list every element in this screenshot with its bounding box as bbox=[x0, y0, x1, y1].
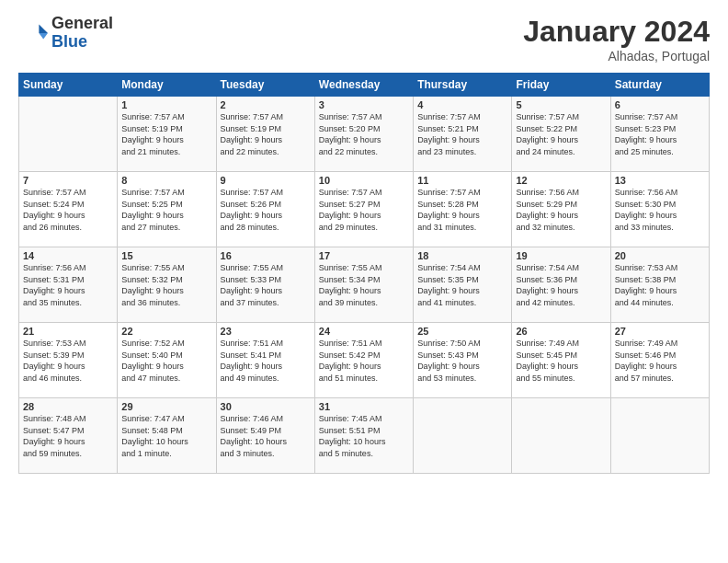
cell-info: Sunrise: 7:57 AM Sunset: 5:21 PM Dayligh… bbox=[417, 111, 507, 157]
calendar-cell: 22Sunrise: 7:52 AM Sunset: 5:40 PM Dayli… bbox=[118, 323, 216, 398]
day-number: 26 bbox=[516, 326, 606, 337]
cell-info: Sunrise: 7:56 AM Sunset: 5:31 PM Dayligh… bbox=[23, 262, 113, 308]
day-number: 6 bbox=[615, 99, 705, 110]
calendar-cell: 25Sunrise: 7:50 AM Sunset: 5:43 PM Dayli… bbox=[414, 323, 512, 398]
day-of-week-header: Saturday bbox=[610, 74, 709, 97]
calendar-cell: 4Sunrise: 7:57 AM Sunset: 5:21 PM Daylig… bbox=[414, 97, 512, 172]
calendar-cell: 26Sunrise: 7:49 AM Sunset: 5:45 PM Dayli… bbox=[512, 323, 610, 398]
svg-marker-1 bbox=[39, 33, 48, 39]
calendar-cell bbox=[610, 398, 709, 474]
cell-info: Sunrise: 7:56 AM Sunset: 5:30 PM Dayligh… bbox=[615, 187, 705, 233]
calendar-week-row: 7Sunrise: 7:57 AM Sunset: 5:24 PM Daylig… bbox=[19, 172, 710, 247]
cell-info: Sunrise: 7:48 AM Sunset: 5:47 PM Dayligh… bbox=[23, 413, 113, 459]
day-number: 15 bbox=[121, 250, 211, 261]
cell-info: Sunrise: 7:57 AM Sunset: 5:25 PM Dayligh… bbox=[121, 187, 211, 233]
day-number: 11 bbox=[417, 175, 507, 186]
calendar-cell: 2Sunrise: 7:57 AM Sunset: 5:19 PM Daylig… bbox=[216, 97, 314, 172]
month-title: January 2024 bbox=[523, 15, 710, 49]
cell-info: Sunrise: 7:45 AM Sunset: 5:51 PM Dayligh… bbox=[319, 413, 409, 459]
calendar-cell bbox=[19, 97, 118, 172]
day-number: 29 bbox=[121, 401, 211, 412]
calendar-week-row: 28Sunrise: 7:48 AM Sunset: 5:47 PM Dayli… bbox=[19, 398, 710, 474]
cell-info: Sunrise: 7:57 AM Sunset: 5:26 PM Dayligh… bbox=[221, 187, 311, 233]
calendar-cell: 21Sunrise: 7:53 AM Sunset: 5:39 PM Dayli… bbox=[19, 323, 118, 398]
day-number: 14 bbox=[23, 250, 113, 261]
calendar-cell: 15Sunrise: 7:55 AM Sunset: 5:32 PM Dayli… bbox=[118, 247, 216, 323]
day-of-week-header: Tuesday bbox=[216, 74, 314, 97]
day-number: 19 bbox=[516, 250, 606, 261]
day-number: 28 bbox=[23, 401, 113, 412]
calendar-table: SundayMondayTuesdayWednesdayThursdayFrid… bbox=[18, 73, 710, 474]
cell-info: Sunrise: 7:53 AM Sunset: 5:38 PM Dayligh… bbox=[615, 262, 705, 308]
cell-info: Sunrise: 7:57 AM Sunset: 5:28 PM Dayligh… bbox=[417, 187, 507, 233]
calendar-week-row: 1Sunrise: 7:57 AM Sunset: 5:19 PM Daylig… bbox=[19, 97, 710, 172]
cell-info: Sunrise: 7:52 AM Sunset: 5:40 PM Dayligh… bbox=[121, 338, 211, 384]
day-number: 31 bbox=[319, 401, 409, 412]
cell-info: Sunrise: 7:55 AM Sunset: 5:32 PM Dayligh… bbox=[121, 262, 211, 308]
calendar-cell: 3Sunrise: 7:57 AM Sunset: 5:20 PM Daylig… bbox=[314, 97, 413, 172]
day-number: 21 bbox=[23, 326, 113, 337]
calendar-cell: 5Sunrise: 7:57 AM Sunset: 5:22 PM Daylig… bbox=[512, 97, 610, 172]
calendar-cell: 12Sunrise: 7:56 AM Sunset: 5:29 PM Dayli… bbox=[512, 172, 610, 247]
day-number: 20 bbox=[615, 250, 705, 261]
cell-info: Sunrise: 7:47 AM Sunset: 5:48 PM Dayligh… bbox=[121, 413, 211, 459]
calendar-cell: 24Sunrise: 7:51 AM Sunset: 5:42 PM Dayli… bbox=[314, 323, 413, 398]
calendar-cell: 19Sunrise: 7:54 AM Sunset: 5:36 PM Dayli… bbox=[512, 247, 610, 323]
day-of-week-header: Wednesday bbox=[314, 74, 413, 97]
calendar-cell: 20Sunrise: 7:53 AM Sunset: 5:38 PM Dayli… bbox=[610, 247, 709, 323]
calendar-cell: 27Sunrise: 7:49 AM Sunset: 5:46 PM Dayli… bbox=[610, 323, 709, 398]
cell-info: Sunrise: 7:57 AM Sunset: 5:27 PM Dayligh… bbox=[319, 187, 409, 233]
cell-info: Sunrise: 7:57 AM Sunset: 5:24 PM Dayligh… bbox=[23, 187, 113, 233]
cell-info: Sunrise: 7:54 AM Sunset: 5:36 PM Dayligh… bbox=[516, 262, 606, 308]
day-number: 18 bbox=[417, 250, 507, 261]
logo-text: General Blue bbox=[51, 15, 113, 52]
svg-marker-0 bbox=[39, 24, 48, 33]
cell-info: Sunrise: 7:57 AM Sunset: 5:19 PM Dayligh… bbox=[121, 111, 211, 157]
cell-info: Sunrise: 7:57 AM Sunset: 5:20 PM Dayligh… bbox=[319, 111, 409, 157]
day-number: 22 bbox=[121, 326, 211, 337]
day-number: 17 bbox=[319, 250, 409, 261]
day-number: 30 bbox=[221, 401, 311, 412]
logo-icon bbox=[18, 18, 48, 48]
day-number: 3 bbox=[319, 99, 409, 110]
day-number: 13 bbox=[615, 175, 705, 186]
day-number: 9 bbox=[221, 175, 311, 186]
cell-info: Sunrise: 7:49 AM Sunset: 5:45 PM Dayligh… bbox=[516, 338, 606, 384]
calendar-header-row: SundayMondayTuesdayWednesdayThursdayFrid… bbox=[19, 74, 710, 97]
location: Alhadas, Portugal bbox=[523, 49, 710, 63]
day-number: 12 bbox=[516, 175, 606, 186]
day-number: 10 bbox=[319, 175, 409, 186]
calendar-cell: 17Sunrise: 7:55 AM Sunset: 5:34 PM Dayli… bbox=[314, 247, 413, 323]
day-number: 5 bbox=[516, 99, 606, 110]
cell-info: Sunrise: 7:49 AM Sunset: 5:46 PM Dayligh… bbox=[615, 338, 705, 384]
cell-info: Sunrise: 7:56 AM Sunset: 5:29 PM Dayligh… bbox=[516, 187, 606, 233]
calendar-cell: 8Sunrise: 7:57 AM Sunset: 5:25 PM Daylig… bbox=[118, 172, 216, 247]
title-block: January 2024 Alhadas, Portugal bbox=[523, 15, 710, 63]
calendar-cell: 16Sunrise: 7:55 AM Sunset: 5:33 PM Dayli… bbox=[216, 247, 314, 323]
logo-general: General bbox=[51, 14, 113, 32]
day-number: 4 bbox=[417, 99, 507, 110]
day-number: 16 bbox=[221, 250, 311, 261]
calendar-week-row: 14Sunrise: 7:56 AM Sunset: 5:31 PM Dayli… bbox=[19, 247, 710, 323]
calendar-cell bbox=[512, 398, 610, 474]
day-number: 2 bbox=[221, 99, 311, 110]
main-container: General Blue January 2024 Alhadas, Portu… bbox=[0, 0, 728, 483]
day-number: 27 bbox=[615, 326, 705, 337]
cell-info: Sunrise: 7:55 AM Sunset: 5:33 PM Dayligh… bbox=[221, 262, 311, 308]
calendar-cell: 1Sunrise: 7:57 AM Sunset: 5:19 PM Daylig… bbox=[118, 97, 216, 172]
cell-info: Sunrise: 7:57 AM Sunset: 5:22 PM Dayligh… bbox=[516, 111, 606, 157]
cell-info: Sunrise: 7:53 AM Sunset: 5:39 PM Dayligh… bbox=[23, 338, 113, 384]
day-number: 7 bbox=[23, 175, 113, 186]
calendar-cell: 28Sunrise: 7:48 AM Sunset: 5:47 PM Dayli… bbox=[19, 398, 118, 474]
day-number: 25 bbox=[417, 326, 507, 337]
cell-info: Sunrise: 7:50 AM Sunset: 5:43 PM Dayligh… bbox=[417, 338, 507, 384]
day-of-week-header: Monday bbox=[118, 74, 216, 97]
logo-blue: Blue bbox=[51, 32, 87, 51]
day-number: 1 bbox=[121, 99, 211, 110]
calendar-cell: 14Sunrise: 7:56 AM Sunset: 5:31 PM Dayli… bbox=[19, 247, 118, 323]
cell-info: Sunrise: 7:55 AM Sunset: 5:34 PM Dayligh… bbox=[319, 262, 409, 308]
calendar-cell: 13Sunrise: 7:56 AM Sunset: 5:30 PM Dayli… bbox=[610, 172, 709, 247]
day-of-week-header: Sunday bbox=[19, 74, 118, 97]
calendar-cell: 11Sunrise: 7:57 AM Sunset: 5:28 PM Dayli… bbox=[414, 172, 512, 247]
cell-info: Sunrise: 7:51 AM Sunset: 5:41 PM Dayligh… bbox=[221, 338, 311, 384]
